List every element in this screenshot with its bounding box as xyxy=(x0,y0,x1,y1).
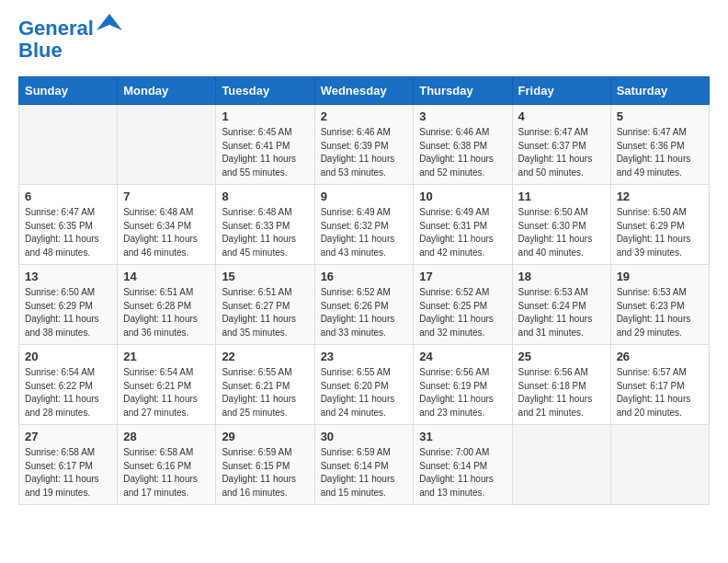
column-header-tuesday: Tuesday xyxy=(216,77,314,105)
day-info: Sunrise: 6:48 AM Sunset: 6:34 PM Dayligh… xyxy=(123,206,210,259)
day-number: 29 xyxy=(222,430,308,443)
day-number: 31 xyxy=(419,430,506,443)
day-info: Sunrise: 6:56 AM Sunset: 6:19 PM Dayligh… xyxy=(419,366,506,419)
day-number: 5 xyxy=(617,109,703,123)
day-info: Sunrise: 6:50 AM Sunset: 6:30 PM Dayligh… xyxy=(518,206,605,259)
calendar-cell: 3Sunrise: 6:46 AM Sunset: 6:38 PM Daylig… xyxy=(414,105,512,185)
calendar-cell: 11Sunrise: 6:50 AM Sunset: 6:30 PM Dayli… xyxy=(512,185,610,265)
day-info: Sunrise: 6:49 AM Sunset: 6:32 PM Dayligh… xyxy=(321,206,408,259)
calendar-header-row: SundayMondayTuesdayWednesdayThursdayFrid… xyxy=(19,77,710,105)
day-info: Sunrise: 6:58 AM Sunset: 6:17 PM Dayligh… xyxy=(25,446,111,500)
day-number: 16 xyxy=(321,270,408,283)
column-header-friday: Friday xyxy=(512,77,610,105)
column-header-saturday: Saturday xyxy=(610,77,709,105)
day-number: 21 xyxy=(123,350,210,363)
day-info: Sunrise: 6:51 AM Sunset: 6:28 PM Dayligh… xyxy=(123,286,210,339)
calendar-cell: 1Sunrise: 6:45 AM Sunset: 6:41 PM Daylig… xyxy=(216,105,314,185)
day-number: 13 xyxy=(25,270,111,283)
calendar-week-row: 1Sunrise: 6:45 AM Sunset: 6:41 PM Daylig… xyxy=(19,105,710,185)
calendar-cell: 15Sunrise: 6:51 AM Sunset: 6:27 PM Dayli… xyxy=(216,265,314,345)
day-number: 30 xyxy=(321,430,408,443)
column-header-monday: Monday xyxy=(118,77,216,105)
day-number: 17 xyxy=(419,270,506,283)
logo-text-general: General xyxy=(18,18,94,39)
calendar-cell: 13Sunrise: 6:50 AM Sunset: 6:29 PM Dayli… xyxy=(19,265,118,345)
calendar-cell xyxy=(512,425,610,505)
day-info: Sunrise: 6:54 AM Sunset: 6:22 PM Dayligh… xyxy=(25,366,111,419)
logo-bird-icon xyxy=(97,12,122,38)
day-info: Sunrise: 6:47 AM Sunset: 6:35 PM Dayligh… xyxy=(25,206,111,259)
calendar-cell: 31Sunrise: 7:00 AM Sunset: 6:14 PM Dayli… xyxy=(414,425,512,505)
day-info: Sunrise: 6:50 AM Sunset: 6:29 PM Dayligh… xyxy=(617,206,703,259)
day-number: 4 xyxy=(518,109,605,123)
day-info: Sunrise: 6:54 AM Sunset: 6:21 PM Dayligh… xyxy=(123,366,210,419)
calendar-cell: 17Sunrise: 6:52 AM Sunset: 6:25 PM Dayli… xyxy=(414,265,512,345)
day-number: 9 xyxy=(321,190,408,203)
day-info: Sunrise: 6:56 AM Sunset: 6:18 PM Dayligh… xyxy=(518,366,605,419)
day-number: 18 xyxy=(518,270,605,283)
day-info: Sunrise: 6:48 AM Sunset: 6:33 PM Dayligh… xyxy=(222,206,308,259)
day-info: Sunrise: 6:53 AM Sunset: 6:24 PM Dayligh… xyxy=(518,286,605,339)
day-number: 7 xyxy=(123,190,210,203)
day-number: 10 xyxy=(419,190,506,203)
column-header-wednesday: Wednesday xyxy=(314,77,414,105)
logo-text-blue: Blue xyxy=(18,39,122,63)
calendar-table: SundayMondayTuesdayWednesdayThursdayFrid… xyxy=(18,76,710,505)
calendar-cell: 29Sunrise: 6:59 AM Sunset: 6:15 PM Dayli… xyxy=(216,425,314,505)
day-info: Sunrise: 6:46 AM Sunset: 6:39 PM Dayligh… xyxy=(321,126,408,179)
day-info: Sunrise: 6:53 AM Sunset: 6:23 PM Dayligh… xyxy=(617,286,703,339)
day-info: Sunrise: 6:55 AM Sunset: 6:20 PM Dayligh… xyxy=(321,366,408,419)
calendar-cell: 26Sunrise: 6:57 AM Sunset: 6:17 PM Dayli… xyxy=(610,345,709,425)
calendar-week-row: 20Sunrise: 6:54 AM Sunset: 6:22 PM Dayli… xyxy=(19,345,710,425)
day-info: Sunrise: 6:59 AM Sunset: 6:14 PM Dayligh… xyxy=(321,446,408,500)
calendar-cell: 6Sunrise: 6:47 AM Sunset: 6:35 PM Daylig… xyxy=(19,185,118,265)
calendar-cell: 20Sunrise: 6:54 AM Sunset: 6:22 PM Dayli… xyxy=(19,345,118,425)
day-info: Sunrise: 6:59 AM Sunset: 6:15 PM Dayligh… xyxy=(222,446,308,500)
day-info: Sunrise: 6:52 AM Sunset: 6:25 PM Dayligh… xyxy=(419,286,506,339)
calendar-cell xyxy=(19,105,118,185)
calendar-cell xyxy=(118,105,216,185)
day-number: 24 xyxy=(419,350,506,363)
calendar-cell: 2Sunrise: 6:46 AM Sunset: 6:39 PM Daylig… xyxy=(314,105,414,185)
day-number: 28 xyxy=(123,430,210,443)
svg-marker-0 xyxy=(97,14,122,30)
day-info: Sunrise: 6:50 AM Sunset: 6:29 PM Dayligh… xyxy=(25,286,111,339)
day-info: Sunrise: 6:55 AM Sunset: 6:21 PM Dayligh… xyxy=(222,366,308,419)
calendar-cell: 24Sunrise: 6:56 AM Sunset: 6:19 PM Dayli… xyxy=(414,345,512,425)
day-info: Sunrise: 7:00 AM Sunset: 6:14 PM Dayligh… xyxy=(419,446,506,500)
page-header: General Blue xyxy=(18,18,710,63)
column-header-thursday: Thursday xyxy=(414,77,512,105)
calendar-cell: 9Sunrise: 6:49 AM Sunset: 6:32 PM Daylig… xyxy=(314,185,414,265)
calendar-cell: 25Sunrise: 6:56 AM Sunset: 6:18 PM Dayli… xyxy=(512,345,610,425)
calendar-cell: 14Sunrise: 6:51 AM Sunset: 6:28 PM Dayli… xyxy=(118,265,216,345)
calendar-cell: 18Sunrise: 6:53 AM Sunset: 6:24 PM Dayli… xyxy=(512,265,610,345)
day-info: Sunrise: 6:46 AM Sunset: 6:38 PM Dayligh… xyxy=(419,126,506,179)
calendar-cell: 23Sunrise: 6:55 AM Sunset: 6:20 PM Dayli… xyxy=(314,345,414,425)
day-info: Sunrise: 6:47 AM Sunset: 6:37 PM Dayligh… xyxy=(518,126,605,179)
calendar-cell: 30Sunrise: 6:59 AM Sunset: 6:14 PM Dayli… xyxy=(314,425,414,505)
day-number: 27 xyxy=(25,430,111,443)
logo: General Blue xyxy=(18,18,122,63)
calendar-cell xyxy=(610,425,709,505)
day-info: Sunrise: 6:52 AM Sunset: 6:26 PM Dayligh… xyxy=(321,286,408,339)
calendar-week-row: 6Sunrise: 6:47 AM Sunset: 6:35 PM Daylig… xyxy=(19,185,710,265)
calendar-cell: 28Sunrise: 6:58 AM Sunset: 6:16 PM Dayli… xyxy=(118,425,216,505)
calendar-cell: 7Sunrise: 6:48 AM Sunset: 6:34 PM Daylig… xyxy=(118,185,216,265)
day-number: 3 xyxy=(419,109,506,123)
day-number: 14 xyxy=(123,270,210,283)
calendar-cell: 12Sunrise: 6:50 AM Sunset: 6:29 PM Dayli… xyxy=(610,185,709,265)
day-number: 25 xyxy=(518,350,605,363)
day-info: Sunrise: 6:51 AM Sunset: 6:27 PM Dayligh… xyxy=(222,286,308,339)
calendar-cell: 19Sunrise: 6:53 AM Sunset: 6:23 PM Dayli… xyxy=(610,265,709,345)
day-number: 11 xyxy=(518,190,605,203)
day-number: 19 xyxy=(617,270,703,283)
calendar-week-row: 27Sunrise: 6:58 AM Sunset: 6:17 PM Dayli… xyxy=(19,425,710,505)
day-info: Sunrise: 6:47 AM Sunset: 6:36 PM Dayligh… xyxy=(617,126,703,179)
calendar-week-row: 13Sunrise: 6:50 AM Sunset: 6:29 PM Dayli… xyxy=(19,265,710,345)
day-info: Sunrise: 6:57 AM Sunset: 6:17 PM Dayligh… xyxy=(617,366,703,419)
calendar-cell: 22Sunrise: 6:55 AM Sunset: 6:21 PM Dayli… xyxy=(216,345,314,425)
day-info: Sunrise: 6:45 AM Sunset: 6:41 PM Dayligh… xyxy=(222,126,308,179)
day-number: 12 xyxy=(617,190,703,203)
day-number: 26 xyxy=(617,350,703,363)
day-number: 8 xyxy=(222,190,308,203)
